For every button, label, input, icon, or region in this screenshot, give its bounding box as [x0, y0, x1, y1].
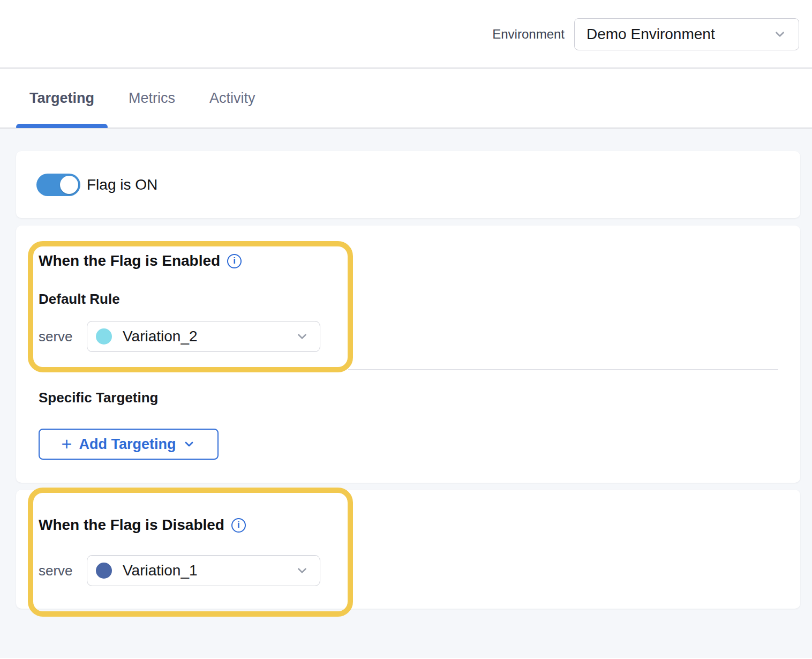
variation-2-dot-icon [96, 328, 112, 345]
info-icon[interactable]: i [231, 518, 246, 533]
environment-picker: Environment Demo Environment [492, 0, 799, 69]
tab-targeting[interactable]: Targeting [29, 68, 94, 128]
tab-activity[interactable]: Activity [209, 68, 255, 128]
chevron-down-icon [295, 330, 309, 343]
active-tab-underline [16, 124, 108, 128]
environment-label: Environment [492, 27, 565, 42]
environment-selected-value: Demo Environment [587, 26, 773, 43]
add-targeting-button-label: Add Targeting [79, 436, 176, 453]
tab-bar: Targeting Metrics Activity [0, 69, 812, 129]
disabled-section-title-text: When the Flag is Disabled [39, 516, 224, 534]
serve-label: serve [39, 563, 73, 579]
default-rule-label: Default Rule [39, 291, 120, 308]
disabled-rule-highlight [28, 488, 353, 617]
top-bar: Environment Demo Environment [0, 0, 812, 69]
plus-icon: + [62, 435, 72, 453]
chevron-down-icon [295, 564, 309, 578]
enabled-section-title-text: When the Flag is Enabled [39, 252, 220, 269]
chevron-down-icon [183, 438, 196, 451]
disabled-section-title: When the Flag is Disabled i [39, 516, 246, 534]
tab-metrics[interactable]: Metrics [129, 68, 175, 128]
flag-disabled-card: When the Flag is Disabled i serve Variat… [16, 490, 800, 609]
default-rule-variation-value: Variation_2 [123, 328, 295, 345]
targeting-panel: Flag is ON When the Flag is Enabled i De… [0, 129, 812, 658]
add-targeting-button[interactable]: + Add Targeting [39, 429, 219, 460]
flag-state-label: Flag is ON [87, 174, 157, 196]
info-icon[interactable]: i [227, 254, 242, 268]
serve-label: serve [39, 328, 73, 345]
disabled-variation-select[interactable]: Variation_1 [87, 555, 320, 586]
chevron-down-icon [773, 27, 787, 41]
tab-activity-label: Activity [209, 90, 255, 107]
tab-metrics-label: Metrics [129, 90, 175, 107]
specific-targeting-label: Specific Targeting [39, 390, 158, 406]
tab-targeting-label: Targeting [29, 90, 94, 107]
section-divider [348, 369, 778, 370]
flag-enabled-card: When the Flag is Enabled i Default Rule … [16, 226, 800, 483]
enabled-section-title: When the Flag is Enabled i [39, 252, 242, 269]
flag-toggle-knob [60, 176, 78, 194]
default-rule-variation-select[interactable]: Variation_2 [87, 321, 320, 352]
flag-toggle[interactable] [36, 174, 80, 196]
flag-state-card: Flag is ON [16, 151, 800, 218]
variation-1-dot-icon [96, 563, 112, 579]
environment-select[interactable]: Demo Environment [574, 18, 799, 50]
disabled-variation-value: Variation_1 [123, 562, 295, 579]
